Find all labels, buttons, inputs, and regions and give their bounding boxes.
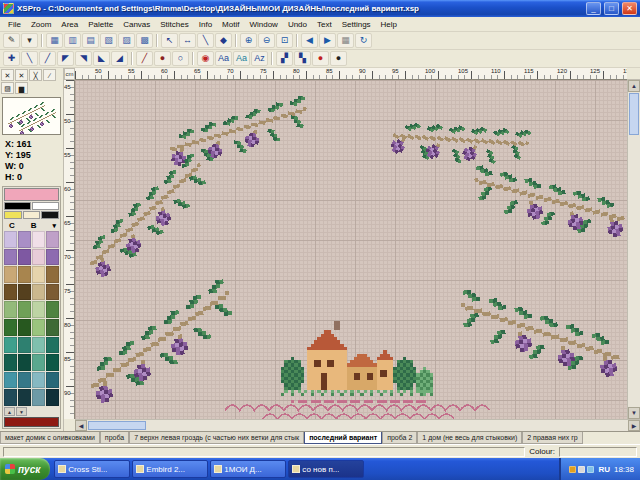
stamp-tool-4[interactable]: ▧ — [100, 33, 117, 48]
close-button[interactable]: ✕ — [622, 2, 637, 15]
palette-swatch[interactable] — [32, 372, 45, 389]
palette-quick-swatch[interactable] — [23, 211, 41, 219]
palette-swatch[interactable] — [4, 372, 17, 389]
palette-swatch[interactable] — [46, 389, 59, 406]
palette-swatch[interactable] — [32, 389, 45, 406]
menu-item-motif[interactable]: Motif — [217, 19, 244, 30]
menu-item-info[interactable]: Info — [194, 19, 217, 30]
palette-swatch[interactable] — [4, 389, 17, 406]
palette-swatch[interactable] — [18, 319, 31, 336]
palette-swatch[interactable] — [4, 266, 17, 283]
zoom-in-tool[interactable]: ⊕ — [240, 33, 257, 48]
palette-swatch[interactable] — [46, 372, 59, 389]
mini-stitch-cross-3[interactable]: ╳ — [29, 69, 42, 81]
menu-item-text[interactable]: Text — [312, 19, 337, 30]
select-arrow-tool[interactable]: ↖ — [161, 33, 178, 48]
knot-black-tool[interactable]: ● — [330, 51, 347, 66]
palette-swatch[interactable] — [18, 249, 31, 266]
menu-item-zoom[interactable]: Zoom — [26, 19, 56, 30]
taskbar-task-1[interactable]: Embird 2... — [132, 460, 208, 478]
pattern-preview[interactable] — [2, 97, 61, 135]
palette-swatch[interactable] — [46, 249, 59, 266]
palette-swatch[interactable] — [18, 354, 31, 371]
palette-swatch[interactable] — [18, 337, 31, 354]
menu-item-palette[interactable]: Palette — [83, 19, 118, 30]
palette-swatch[interactable] — [46, 354, 59, 371]
sheet-tab-1[interactable]: проба — [100, 432, 129, 444]
menu-item-help[interactable]: Help — [376, 19, 402, 30]
motif-diag-tool-2[interactable]: ▚ — [294, 51, 311, 66]
palette-swatch[interactable] — [46, 231, 59, 248]
tray-network-icon[interactable] — [587, 466, 594, 473]
text-small-button[interactable]: Aa — [233, 51, 250, 66]
palette-quick-swatch[interactable] — [4, 202, 31, 210]
palette-swatch[interactable] — [4, 354, 17, 371]
palette-swatch[interactable] — [4, 301, 17, 318]
menu-item-undo[interactable]: Undo — [283, 19, 312, 30]
stamp-tool-2[interactable]: ▥ — [64, 33, 81, 48]
sheet-tab-5[interactable]: 1 дом (не весь для стыковки) — [417, 432, 522, 444]
palette-swatch[interactable] — [18, 389, 31, 406]
menu-item-area[interactable]: Area — [56, 19, 83, 30]
palette-col-c-label[interactable]: C — [9, 221, 15, 230]
palette-dropdown-icon[interactable]: ▾ — [53, 222, 57, 230]
palette-swatch[interactable] — [4, 249, 17, 266]
mini-stitch-shade[interactable]: ▨ — [1, 82, 14, 94]
horizontal-scroll-thumb[interactable] — [88, 421, 146, 430]
mini-stitch-block[interactable]: ▆ — [15, 82, 28, 94]
sheet-tab-0[interactable]: макет домик с оливковками — [0, 432, 100, 444]
palette-swatch[interactable] — [32, 249, 45, 266]
menu-item-canvas[interactable]: Canvas — [118, 19, 155, 30]
scroll-left-icon[interactable]: ◀ — [75, 420, 87, 431]
full-stitch-tool[interactable]: ✚ — [3, 51, 20, 66]
palette-swatch[interactable] — [46, 266, 59, 283]
palette-swatch[interactable] — [46, 319, 59, 336]
menu-item-settings[interactable]: Settings — [337, 19, 376, 30]
pencil-dropdown[interactable]: ▾ — [21, 33, 38, 48]
scroll-right-icon[interactable]: ▶ — [628, 420, 640, 431]
start-button[interactable]: пуск — [0, 458, 50, 480]
design-canvas[interactable] — [75, 80, 627, 419]
palette-swatch[interactable] — [32, 266, 45, 283]
palette-swatch[interactable] — [32, 337, 45, 354]
three-quarter-stitch-tool-2[interactable]: ◢ — [111, 51, 128, 66]
vertical-scrollbar[interactable]: ▲ ▼ — [627, 80, 640, 419]
quarter-stitch-tool-1[interactable]: ◤ — [57, 51, 74, 66]
title-bar[interactable]: XSPro - C:\Documents and Settings\Rimma\… — [0, 0, 640, 17]
vertical-scroll-thumb[interactable] — [629, 93, 639, 135]
french-knot-tool[interactable]: ● — [154, 51, 171, 66]
mini-stitch-cross-1[interactable]: ✕ — [1, 69, 14, 81]
palette-col-b-label[interactable]: B — [31, 221, 37, 230]
sheet-tab-2[interactable]: 7 верхн левая гроздь (с частью них ветки… — [129, 432, 304, 444]
line-tool[interactable]: ╲ — [197, 33, 214, 48]
palette-swatch[interactable] — [46, 337, 59, 354]
move-tool[interactable]: ↔ — [179, 33, 196, 48]
sheet-tab-6[interactable]: 2 правая них гр — [522, 432, 582, 444]
horizontal-scrollbar[interactable]: ◀ ▶ — [75, 419, 640, 431]
menu-item-window[interactable]: Window — [244, 19, 282, 30]
half-stitch-back-tool[interactable]: ╲ — [21, 51, 38, 66]
scroll-down-icon[interactable]: ▼ — [628, 407, 640, 419]
palette-swatch[interactable] — [32, 354, 45, 371]
prev-view-button[interactable]: ◀ — [301, 33, 318, 48]
palette-swatch[interactable] — [32, 301, 45, 318]
text-large-button[interactable]: Aa — [215, 51, 232, 66]
vertical-scroll-track[interactable] — [628, 136, 640, 407]
palette-swatch[interactable] — [4, 337, 17, 354]
palette-quick-swatch[interactable] — [32, 202, 59, 210]
taskbar-task-0[interactable]: Cross Sti... — [54, 460, 130, 478]
palette-scroll-down-icon[interactable]: ▼ — [16, 407, 27, 416]
palette-bottom-bar[interactable] — [4, 417, 59, 427]
grid-toggle-button[interactable]: ▦ — [337, 33, 354, 48]
stamp-tool-3[interactable]: ▤ — [82, 33, 99, 48]
horizontal-scroll-track[interactable] — [147, 420, 628, 431]
text-alphabet-button[interactable]: Az — [251, 51, 268, 66]
palette-swatch[interactable] — [46, 301, 59, 318]
palette-swatch[interactable] — [18, 301, 31, 318]
bead-tool[interactable]: ○ — [172, 51, 189, 66]
backstitch-tool[interactable]: ╱ — [136, 51, 153, 66]
tray-app-icon[interactable] — [569, 466, 576, 473]
sheet-tab-4[interactable]: проба 2 — [382, 432, 417, 444]
quarter-stitch-tool-2[interactable]: ◥ — [75, 51, 92, 66]
palette-swatch[interactable] — [32, 319, 45, 336]
